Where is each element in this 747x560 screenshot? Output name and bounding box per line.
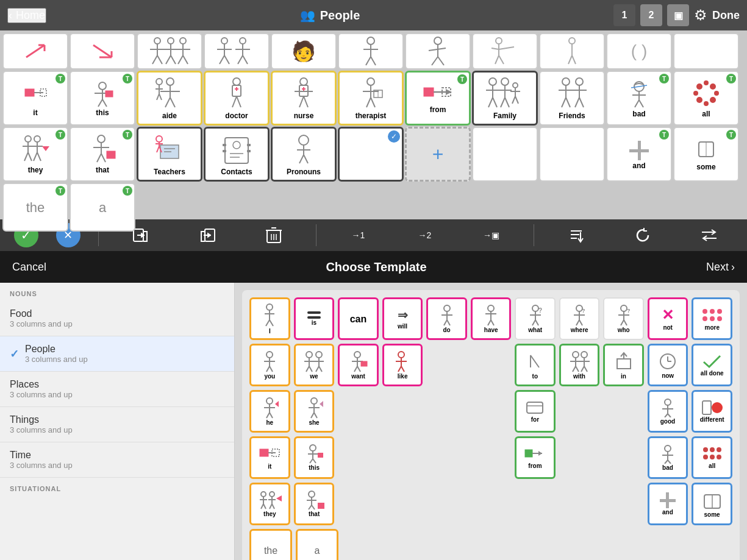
- cell-teachers[interactable]: Teachers: [137, 127, 202, 182]
- cell-empty3[interactable]: [539, 127, 605, 182]
- cell-bracket[interactable]: ( ): [606, 33, 672, 69]
- tcell-that2[interactable]: that: [294, 483, 335, 525]
- cell-bad[interactable]: T bad: [606, 71, 672, 126]
- cell-the[interactable]: T the: [2, 183, 68, 232]
- plus-icon: +: [432, 143, 444, 166]
- swap-button[interactable]: [685, 222, 734, 249]
- cell-pronouns[interactable]: Pronouns: [271, 127, 337, 182]
- cell-all[interactable]: T all: [673, 71, 739, 126]
- trash-button[interactable]: [249, 222, 298, 249]
- cell-stick-simple[interactable]: [539, 33, 605, 69]
- arrow-pagebox-button[interactable]: →▣: [467, 222, 516, 249]
- tcell-for[interactable]: for: [515, 390, 556, 433]
- sidebar-item-things[interactable]: Things 3 columns and up: [0, 407, 234, 442]
- tcell-do[interactable]: do: [426, 297, 467, 340]
- cell-family[interactable]: Family: [472, 71, 538, 126]
- arrow-page2-button[interactable]: →2: [401, 222, 449, 249]
- tcell-i[interactable]: I: [249, 297, 290, 340]
- tcell-she[interactable]: she: [294, 390, 335, 433]
- done-button[interactable]: Done: [712, 9, 740, 22]
- tcell-bad[interactable]: bad: [648, 436, 688, 479]
- tcell-more[interactable]: more: [692, 297, 732, 340]
- tcell-with[interactable]: with: [559, 344, 600, 386]
- arrow-page1-button[interactable]: →1: [334, 222, 383, 249]
- tcell-is[interactable]: is: [294, 297, 335, 340]
- cell-a[interactable]: T a: [70, 183, 135, 232]
- cell-arrow2[interactable]: [70, 33, 135, 69]
- page1-button[interactable]: 1: [613, 4, 635, 26]
- refresh-button[interactable]: [618, 222, 667, 249]
- tcell-who[interactable]: ? who: [603, 297, 643, 340]
- tcell-the2[interactable]: the: [249, 529, 292, 560]
- tcell-some2[interactable]: some: [692, 483, 732, 525]
- cell-add[interactable]: +: [405, 127, 471, 182]
- cell-friends[interactable]: Friends: [539, 71, 605, 126]
- next-button[interactable]: Next ›: [706, 261, 735, 274]
- tcell-want[interactable]: want: [338, 344, 379, 386]
- cancel-button[interactable]: Cancel: [12, 261, 46, 274]
- svg-point-36: [434, 37, 441, 44]
- tcell-what[interactable]: ? what: [515, 297, 555, 340]
- page-display[interactable]: ▣: [667, 4, 689, 26]
- home-button[interactable]: ‹ Home: [7, 8, 46, 23]
- page2-button[interactable]: 2: [640, 4, 662, 26]
- tcell-and2[interactable]: and: [648, 483, 688, 525]
- cell-stick-walk[interactable]: [405, 33, 471, 69]
- tcell-a2[interactable]: a: [296, 529, 338, 560]
- cell-this[interactable]: T this: [70, 71, 135, 126]
- cell-and[interactable]: T and: [606, 127, 672, 182]
- cell-person1[interactable]: 🧑: [271, 33, 337, 69]
- sidebar-item-time[interactable]: Time 3 columns and up: [0, 442, 234, 478]
- cell-multistick[interactable]: [137, 33, 202, 69]
- cell-doctor[interactable]: doctor: [204, 71, 270, 126]
- tcell-you[interactable]: you: [249, 344, 290, 386]
- tcell-all-done[interactable]: all done: [692, 344, 732, 386]
- tcell-this2[interactable]: this: [294, 436, 335, 479]
- cell-some[interactable]: T some: [673, 127, 739, 182]
- cell-that[interactable]: T that: [70, 127, 135, 182]
- cell-stick-reach[interactable]: [472, 33, 538, 69]
- sidebar-item-people[interactable]: ✓ People 3 columns and up: [0, 336, 234, 372]
- tcell-have[interactable]: have: [471, 297, 512, 340]
- svg-point-144: [98, 135, 105, 143]
- cell-they[interactable]: T they: [2, 127, 68, 182]
- tcell-we[interactable]: we: [294, 344, 335, 386]
- cell-multistick2[interactable]: [204, 33, 270, 69]
- tcell-all2[interactable]: all: [692, 436, 732, 479]
- cell-empty1[interactable]: [673, 33, 739, 69]
- tcell-where[interactable]: ? where: [559, 297, 599, 340]
- cell-empty2[interactable]: [472, 127, 538, 182]
- svg-line-39: [432, 57, 438, 65]
- badge-t10: T: [55, 186, 65, 196]
- tcell-now[interactable]: now: [648, 344, 688, 386]
- svg-line-197: [444, 320, 447, 325]
- svg-point-125: [696, 83, 702, 90]
- sidebar-item-places[interactable]: Places 3 columns and up: [0, 372, 234, 407]
- cell-checked[interactable]: ✓: [338, 127, 404, 182]
- tcell-in[interactable]: in: [603, 344, 644, 386]
- cell-contacts[interactable]: Contacts: [204, 127, 270, 182]
- tcell-he[interactable]: he: [249, 390, 290, 433]
- export-button[interactable]: [183, 222, 232, 249]
- settings-button[interactable]: ⚙: [694, 7, 707, 24]
- tcell-to[interactable]: to: [515, 344, 556, 386]
- cell-therapist[interactable]: therapist: [338, 71, 404, 126]
- tcell-from[interactable]: from: [515, 436, 556, 479]
- tcell-they2[interactable]: they: [249, 483, 290, 525]
- cell-it[interactable]: T it: [2, 71, 68, 126]
- tcell-will[interactable]: ⇒ will: [382, 297, 423, 340]
- tcell-different[interactable]: different: [692, 390, 732, 433]
- cell-from[interactable]: T from: [405, 71, 471, 126]
- cell-nurse[interactable]: nurse: [271, 71, 337, 126]
- tcell-good[interactable]: good: [648, 390, 688, 433]
- sidebar-item-food[interactable]: Food 3 columns and up: [0, 301, 234, 336]
- cell-person2[interactable]: [338, 33, 404, 69]
- tcell-can[interactable]: can: [338, 297, 379, 340]
- cell-arrow1[interactable]: [2, 33, 68, 69]
- tcell-it2[interactable]: it: [249, 436, 290, 479]
- svg-line-112: [562, 97, 566, 107]
- cell-aide[interactable]: aide: [137, 71, 202, 126]
- sort-button[interactable]: [552, 222, 601, 249]
- tcell-like[interactable]: like: [382, 344, 423, 386]
- tcell-not[interactable]: ✕ not: [648, 297, 688, 340]
